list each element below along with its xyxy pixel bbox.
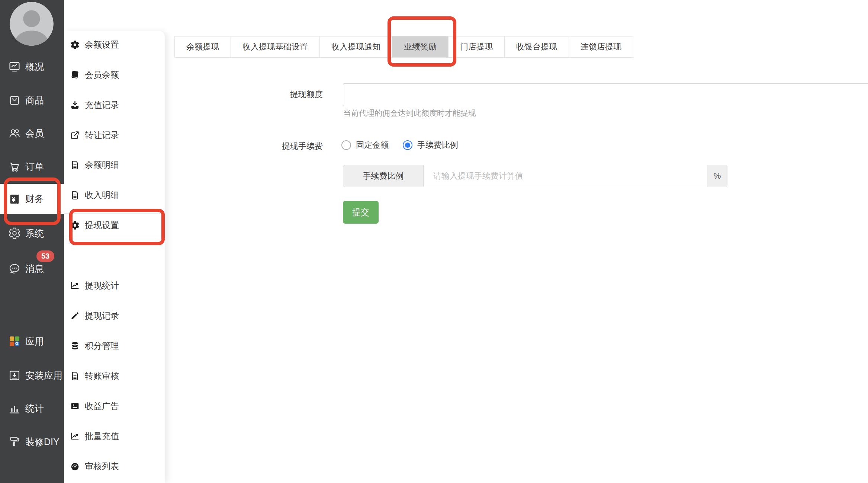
withdraw-quota-input[interactable] [343,83,868,106]
chart-line-icon [70,431,80,441]
tab-balance-withdraw[interactable]: 余额提现 [175,36,231,57]
radio-unchecked-icon[interactable] [341,140,351,150]
chart-line-icon [70,280,80,291]
sidebar-item-messages[interactable]: 消息 [0,252,64,285]
apps-grid-icon [8,335,21,348]
sidebar-item-goods[interactable]: 商品 [0,83,64,117]
sidebar-item-label: 安装应用 [25,370,62,382]
sidebar-item-label: 会员 [25,127,44,140]
menu-item-withdraw-records[interactable]: 提现记录 [64,304,165,327]
sidebar-item-label: 装修DIY [25,436,60,448]
menu-item-label: 审核列表 [85,461,119,472]
sidebar-item-label: 订单 [25,161,44,173]
sidebar-item-stats[interactable]: 统计 [0,391,64,425]
external-link-icon [70,130,80,140]
sidebar-item-overview[interactable]: 概况 [0,50,64,83]
tab-store-withdraw[interactable]: 门店提现 [449,36,505,57]
goods-icon [8,93,21,107]
menu-item-label: 转让记录 [85,129,119,141]
coins-icon [70,340,80,351]
menu-item-label: 余额明细 [85,159,119,171]
diy-roller-icon [8,435,21,448]
menu-item-label: 收入明细 [85,189,119,201]
content-top-divider [165,31,868,31]
sidebar-item-finance[interactable]: 财务 [0,184,64,214]
sidebar-item-label: 消息 [25,263,44,275]
sidebar-item-diy[interactable]: 装修DIY [0,425,64,458]
system-gear-icon [8,227,21,240]
messages-count-badge: 53 [36,250,54,262]
menu-item-income-ads[interactable]: 收益广告 [64,394,165,418]
file-icon [70,371,80,381]
sidebar-item-label: 应用 [25,335,44,348]
menu-item-transfer-audit[interactable]: 转账审核 [64,364,165,388]
menu-item-income-details[interactable]: 收入明细 [64,183,165,207]
menu-item-batch-recharge[interactable]: 批量充值 [64,424,165,448]
sidebar-item-label: 统计 [25,402,44,415]
menu-item-balance-details[interactable]: 余额明细 [64,153,165,177]
overview-icon [8,60,21,73]
menu-item-label: 提现统计 [85,280,119,291]
fee-option-rate[interactable]: 手续费比例 [403,139,458,151]
sidebar-item-label: 概况 [25,61,44,73]
menu-item-label: 提现记录 [85,310,119,322]
menu-item-balance-settings[interactable]: 余额设置 [64,33,165,57]
sidebar-item-members[interactable]: 会员 [0,116,64,150]
download-icon [70,100,80,110]
menu-item-withdraw-settings[interactable]: 提现设置 [64,213,165,237]
menu-item-label: 提现设置 [85,220,119,231]
menu-item-points-management[interactable]: 积分管理 [64,334,165,358]
avatar[interactable] [10,2,54,46]
radio-label: 固定金额 [356,140,389,151]
install-apps-icon [8,369,21,382]
fee-rate-input-group: 手续费比例 % [343,165,727,187]
menu-item-member-balance[interactable]: 会员余额 [64,63,165,87]
menu-item-audit-list[interactable]: 审核列表 [64,454,165,478]
file-icon [70,160,80,170]
menu-item-transfer-records[interactable]: 转让记录 [64,123,165,147]
menu-item-label: 批量充值 [85,431,119,442]
withdraw-settings-tabs: 余额提现 收入提现基础设置 收入提现通知 业绩奖励 门店提现 收银台提现 连锁店… [174,36,633,58]
menu-item-label: 充值记录 [85,99,119,111]
menu-item-label: 收益广告 [85,400,119,412]
image-icon [70,401,80,411]
sidebar-item-system[interactable]: 系统 [0,217,64,250]
tab-chain-store-withdraw[interactable]: 连锁店提现 [569,36,633,57]
messages-chat-icon [8,262,21,275]
admin-page: 概况 商品 会员 订单 财务 系统 消息 53 应用 [0,0,868,483]
fee-rate-input[interactable] [424,165,707,187]
tab-performance-reward[interactable]: 业绩奖励 [392,36,449,57]
book-icon [70,70,80,80]
tab-cashier-withdraw[interactable]: 收银台提现 [505,36,569,57]
submit-button[interactable]: 提交 [343,201,379,224]
percent-suffix: % [707,165,727,187]
file-icon [70,190,80,200]
sidebar-item-label: 财务 [25,193,44,205]
sidebar-item-apps[interactable]: 应用 [0,324,64,358]
sidebar-item-orders[interactable]: 订单 [0,150,64,183]
pencil-icon [70,310,80,321]
menu-item-label: 转账审核 [85,370,119,382]
sidebar-item-label: 商品 [25,94,44,106]
menu-item-withdraw-stats[interactable]: 提现统计 [64,274,165,297]
finance-wallet-icon [8,192,21,206]
fee-option-fixed-amount[interactable]: 固定金额 [341,139,389,151]
menu-item-label: 会员余额 [85,69,119,81]
menu-item-recharge-records[interactable]: 充值记录 [64,93,165,117]
sidebar-item-install-apps[interactable]: 安装应用 [0,359,64,392]
withdraw-quota-helper-text: 当前代理的佣金达到此额度时才能提现 [343,108,476,118]
withdraw-fee-label: 提现手续费 [208,141,323,152]
secondary-sidebar: 余额设置 会员余额 充值记录 转让记录 余额明细 收入明细 提现设置 提现统计 [64,31,165,483]
sidebar-item-label: 系统 [25,227,44,240]
gear-icon [70,220,80,230]
radio-label: 手续费比例 [417,140,458,151]
stats-bars-icon [8,402,21,415]
fee-rate-addon-label: 手续费比例 [343,165,424,187]
tab-income-withdraw-basic[interactable]: 收入提现基础设置 [231,36,320,57]
radio-checked-icon[interactable] [403,140,412,150]
tab-income-withdraw-notify[interactable]: 收入提现通知 [320,36,392,57]
gear-icon [70,39,80,50]
menu-item-label: 余额设置 [85,39,119,51]
gauge-icon [70,461,80,471]
primary-sidebar: 概况 商品 会员 订单 财务 系统 消息 53 应用 [0,0,64,483]
